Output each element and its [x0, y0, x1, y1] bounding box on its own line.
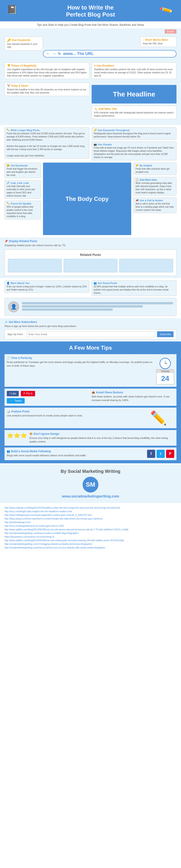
- analyse-visual-col: ✏️: [143, 410, 174, 426]
- use-keywords-throughout-tip: 🔑 Use Keywords Throughout Strategically …: [92, 127, 177, 140]
- reference-link[interactable]: http://socialmarketingwriting.com/how-to…: [4, 531, 177, 535]
- star-rating-visual: ⭐⭐⭐: [7, 432, 27, 439]
- dont-ignore-design-row: ⭐⭐⭐ 🎨 Don't Ignore Design Ensure your bl…: [4, 430, 177, 446]
- facebook-like-button[interactable]: f Like: [7, 391, 19, 396]
- short-works-best-text: Keep the URL short.: [143, 42, 174, 45]
- dont-ignore-design-header: 🎨 Don't Ignore Design: [29, 432, 174, 435]
- link-link-title: 🔗 Link, Link, Link: [7, 181, 39, 184]
- url-right-area: ↕️ Short Works Best Keep the URL short. …: [43, 37, 177, 59]
- call-to-action-text: Add a call to action at the end that lin…: [136, 202, 174, 212]
- related-post-item-2: [64, 259, 117, 272]
- use-keywords-tip: 🔑 Use Keywords Use relevant keywords in …: [4, 37, 43, 51]
- guest-bio-section: 👤 More About You A bio can boost a blog …: [0, 278, 181, 318]
- focus-quality-text: 30% of people believe that quality conte…: [7, 206, 39, 218]
- analyse-posts-text: Use analytics and keyword tools to creat…: [7, 414, 140, 417]
- write-longer-title: ✏️ Write Longer Blog Posts: [7, 129, 87, 131]
- twitter-social-icon[interactable]: t: [156, 450, 165, 458]
- build-social-media-header: 👥 Build a Social Media Following: [7, 450, 145, 453]
- short-works-best-tip: ↕️ Short Works Best Keep the URL short.: [140, 37, 177, 47]
- page-title: How to Write the Perfect Blog Post: [4, 4, 177, 18]
- related-posts-box: Related Posts: [4, 250, 177, 276]
- power-of-negativity-tip: 👎 Power of Negativity Use negative super…: [4, 62, 89, 79]
- reference-link[interactable]: http://socialmarketingwriting.com/how-to…: [4, 546, 177, 550]
- display-related-header: 📌 Display Related Posts: [4, 240, 89, 243]
- reference-link[interactable]: http://socialmarketingwriting.com/13-blo…: [4, 542, 177, 546]
- body-copy-box: The Body Copy: [43, 163, 131, 235]
- reference-link[interactable]: http://www.huffingtonpost.com/noah-kagan…: [4, 514, 177, 517]
- related-posts-grid: [8, 259, 173, 272]
- use-visuals-text: Posts with at least one image get 2X mor…: [94, 146, 174, 159]
- write-icon: ✏️: [7, 129, 10, 131]
- pinterest-social-icon[interactable]: P: [166, 450, 174, 458]
- be-helpful-tip: 🤝 Be Helpful Posts that offer practical …: [134, 163, 177, 175]
- get-emotional-tip: 😊 Get Emotional Posts that trigger the e…: [4, 163, 41, 178]
- use-numbers-tip: # Use Numbers Headlines with numbers per…: [92, 62, 177, 79]
- longer-keywords-row: ✏️ Write Longer Blog Posts Posts that ar…: [4, 127, 177, 160]
- footer-url[interactable]: www.socialmarketingwriting.com: [4, 494, 177, 498]
- bio-line-2: [22, 305, 143, 308]
- use-keywords-title: 🔑 Use Keywords: [7, 38, 40, 42]
- reference-link[interactable]: http://moz.com/blog/what-kind-of-content…: [4, 524, 177, 528]
- keep-it-short-title: ✂️ Keep It Short: [7, 84, 87, 87]
- spacer-col: [92, 240, 177, 247]
- group-icon: 👥: [94, 282, 97, 285]
- reference-link[interactable]: http://www.outbrain.com/blog/2013/07/hea…: [4, 506, 177, 510]
- reference-link[interactable]: https://kissmetrics.com/science-of-socia…: [4, 535, 177, 539]
- header-subtitle: Tips and Stats to Help you Create Blog P…: [0, 21, 181, 28]
- power-of-negativity-col: 👎 Power of Negativity Use negative super…: [4, 62, 89, 81]
- be-helpful-text: Posts that offer practical value get ema…: [136, 167, 174, 174]
- camera-icon: 📷: [94, 143, 97, 146]
- get-guest-posts-text: 62.96% people feel that multiple authors…: [94, 285, 174, 294]
- power-of-negativity-text: Use negative superlatives as the click t…: [7, 68, 87, 78]
- reference-link[interactable]: http://www.addthis.com/blog/2014/04/28/h…: [4, 539, 177, 542]
- more-about-you-title: 👤 More About You: [7, 282, 87, 285]
- link-link-text: Link both internally and externally to o…: [7, 185, 39, 197]
- calendar-day: Tuesday 24: [156, 369, 174, 384]
- twitter-icon: 🐦: [10, 399, 13, 402]
- share-icon: 📤: [92, 391, 95, 394]
- related-post-item-3: [119, 259, 173, 272]
- analyse-posts-row: 📊 Analyse Posts Use analytics and keywor…: [4, 408, 177, 428]
- add-meta-data-text: Write curiosity-generating meta data wit…: [136, 182, 174, 194]
- eraser-button[interactable]: Eraser: [165, 29, 177, 33]
- email-input[interactable]: [27, 331, 155, 337]
- install-share-buttons-row: f Like P Pin It 🐦 Tweet 📤 Install Share …: [4, 389, 177, 406]
- meta-icon: 🏷️: [94, 107, 98, 111]
- url-bar-text: www... The URL: [63, 52, 94, 56]
- focus-quality-title: ✏️ Focus On Quality: [7, 202, 39, 205]
- twitter-tweet-button[interactable]: 🐦 Tweet: [7, 398, 25, 404]
- sign-up-form: Sign Up Form Subscribe: [4, 329, 177, 339]
- pinterest-pin-button[interactable]: P Pin It: [21, 391, 35, 396]
- clock-icon: 🕐: [7, 356, 10, 360]
- social-media-icon: 👥: [7, 450, 10, 453]
- url-bar[interactable]: ← → ↻ www... The URL: [43, 50, 177, 58]
- reference-link[interactable]: http://www.addthis.com/blog/2014/05/28/h…: [4, 528, 177, 531]
- related-posts-title: Related Posts: [8, 253, 173, 256]
- display-related-row: 📌 Display Related Posts Displaying relat…: [4, 240, 177, 247]
- notebook-icon: 📓: [7, 4, 17, 14]
- add-meta-data-tip: 📋 Add Meta Data Write curiosity-generati…: [134, 177, 177, 196]
- install-share-buttons-text: Add share buttons, as posts with share b…: [92, 395, 174, 402]
- subscribe-button[interactable]: Subscribe: [157, 331, 174, 337]
- short-icon: ↕️: [143, 38, 144, 41]
- dont-ignore-design-text: Ensure your blog is well designed as peo…: [29, 436, 174, 443]
- emotional-icon: 😊: [7, 164, 10, 167]
- use-keywords-throughout-title: 🔑 Use Keywords Throughout: [94, 129, 174, 131]
- write-longer-posts-tip: ✏️ Write Longer Blog Posts Posts that ar…: [4, 127, 89, 159]
- short-works-best-title: ↕️ Short Works Best: [143, 38, 174, 41]
- bio-line-3: [22, 308, 113, 311]
- facebook-social-icon[interactable]: f: [147, 450, 155, 458]
- get-emotional-text: Posts that trigger the emotions awe and …: [7, 167, 39, 177]
- use-visuals-tip: 📷 Use Visuals Posts with at least one im…: [92, 142, 177, 160]
- get-more-subscribers-header: 📧 Get More Subscribers: [4, 320, 177, 323]
- use-visuals-title: 📷 Use Visuals: [94, 143, 174, 146]
- keywords-icon: 🔑: [7, 38, 11, 42]
- pencil-large-icon: ✏️: [143, 410, 174, 426]
- reference-link[interactable]: http://jonathonberger.com/: [4, 521, 177, 524]
- reference-link[interactable]: http://moz.com/blog/5-data-insights-into…: [4, 510, 177, 514]
- avatar: 👤: [8, 301, 19, 312]
- right-tips-col: 🤝 Be Helpful Posts that offer practical …: [134, 163, 177, 235]
- subscribe-section: 📧 Get More Subscribers Place a sign up f…: [0, 318, 181, 341]
- reference-link[interactable]: http://blog.serpiq.com/how-important-is-…: [4, 517, 177, 521]
- quality-icon: ✏️: [7, 202, 10, 205]
